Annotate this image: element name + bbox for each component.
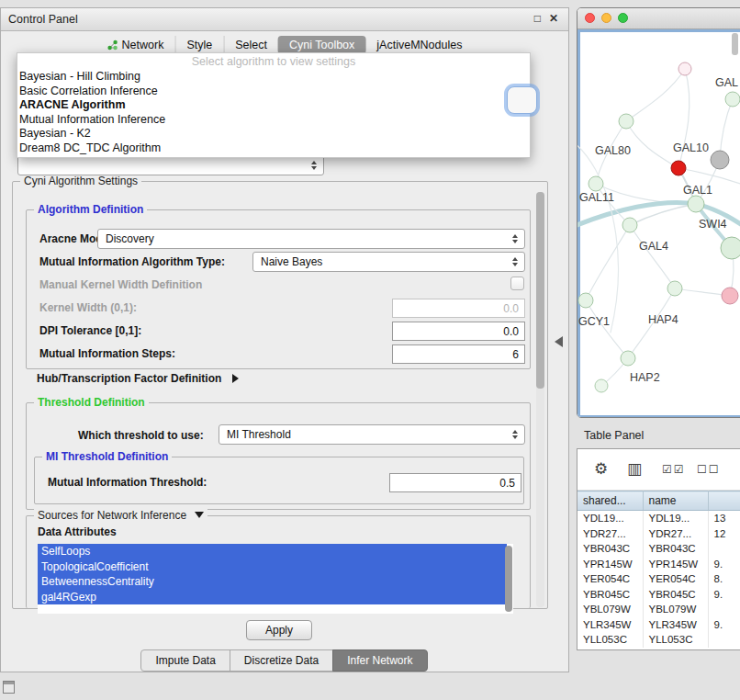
table-cell: YBR045C bbox=[643, 587, 708, 603]
tab-select[interactable]: Select bbox=[223, 36, 278, 54]
table-column-header[interactable] bbox=[708, 491, 740, 511]
mi-type-value: Naive Bayes bbox=[253, 255, 509, 268]
table-cell: YER054C bbox=[577, 571, 643, 587]
panel-collapse-arrow-icon[interactable] bbox=[555, 336, 563, 347]
network-node[interactable] bbox=[688, 196, 704, 212]
dropdown-placeholder: Select algorithm to view settings bbox=[17, 53, 530, 70]
algorithm-definition-group: Algorithm Definition Aracne Mode: Discov… bbox=[26, 209, 531, 369]
table-row[interactable]: YDL19...YDL19...13 bbox=[577, 511, 740, 526]
mi-steps-label: Mutual Information Steps: bbox=[39, 347, 175, 360]
table-cell bbox=[708, 541, 740, 557]
algorithm-option[interactable]: Bayesian - K2 bbox=[17, 127, 530, 141]
mi-steps-field[interactable]: 6 bbox=[392, 344, 525, 364]
network-node[interactable] bbox=[578, 293, 593, 308]
network-canvas[interactable]: GALGAL80GAL10GAL11GAL1SWI4GAL4GCY1HAP4HA… bbox=[577, 29, 740, 418]
table-column-header[interactable]: shared... bbox=[577, 491, 643, 511]
focused-panel-button[interactable] bbox=[507, 86, 537, 114]
network-node[interactable] bbox=[667, 281, 682, 296]
network-node[interactable] bbox=[622, 218, 637, 232]
algorithm-option[interactable]: Dream8 DC_TDC Algorithm bbox=[17, 141, 530, 156]
table-cell: 13 bbox=[708, 511, 740, 526]
tab-cyni-toolbox[interactable]: Cyni Toolbox bbox=[278, 36, 365, 54]
table-row[interactable]: YLR345WYLR345W9. bbox=[577, 617, 740, 633]
table-row[interactable]: YBR045CYBR045C9. bbox=[577, 587, 740, 603]
network-edge[interactable] bbox=[626, 121, 678, 168]
tab-style[interactable]: Style bbox=[174, 36, 223, 54]
network-node[interactable] bbox=[619, 114, 633, 129]
table-cell bbox=[708, 602, 740, 617]
threshold-definition-group: Threshold Definition Which threshold to … bbox=[26, 402, 531, 510]
network-graph[interactable]: GALGAL80GAL10GAL11GAL1SWI4GAL4GCY1HAP4HA… bbox=[577, 29, 740, 418]
table-cell: 12 bbox=[708, 526, 740, 542]
close-traffic-light-icon[interactable] bbox=[585, 13, 595, 23]
data-attributes-list[interactable]: SelfLoopsTopologicalCoefficientBetweenne… bbox=[38, 544, 513, 614]
float-window-icon[interactable]: □ bbox=[534, 12, 541, 25]
network-node[interactable] bbox=[722, 288, 738, 304]
network-scrollbar-thumb[interactable] bbox=[732, 33, 738, 55]
table-row[interactable]: YLL053CYLL053C bbox=[577, 632, 740, 648]
algorithm-option[interactable]: Basic Correlation Inference bbox=[17, 85, 530, 99]
network-node[interactable] bbox=[711, 151, 729, 169]
select-all-rows-icon[interactable]: ☑☑ bbox=[662, 463, 686, 476]
table-row[interactable]: YPR145WYPR145W9. bbox=[577, 557, 740, 572]
manual-kernel-checkbox[interactable] bbox=[510, 277, 524, 290]
apply-button[interactable]: Apply bbox=[246, 620, 312, 640]
tab-jactivemnodules[interactable]: jActiveMNodules bbox=[365, 36, 473, 54]
deselect-all-rows-icon[interactable]: ☐☐ bbox=[697, 463, 721, 476]
zoom-traffic-light-icon[interactable] bbox=[618, 13, 628, 23]
table-row[interactable]: YBR043CYBR043C bbox=[577, 541, 740, 557]
attribute-item[interactable]: BetweennessCentrality bbox=[38, 574, 507, 590]
mi-threshold-field[interactable]: 0.5 bbox=[389, 473, 521, 492]
tab-infer-network[interactable]: Infer Network bbox=[332, 649, 427, 672]
network-edge[interactable] bbox=[630, 225, 675, 288]
network-node[interactable] bbox=[725, 92, 740, 107]
table-settings-gear-icon[interactable]: ⚙ bbox=[594, 459, 608, 479]
network-node[interactable] bbox=[721, 237, 740, 259]
tab-impute-data[interactable]: Impute Data bbox=[140, 649, 230, 672]
table-row[interactable]: YDR27...YDR27...12 bbox=[577, 526, 740, 542]
settings-scrollbar-thumb[interactable] bbox=[536, 192, 544, 389]
dpi-tolerance-field[interactable]: 0.0 bbox=[392, 322, 525, 341]
network-edge[interactable] bbox=[586, 225, 630, 300]
settings-scrollbar[interactable] bbox=[536, 192, 544, 607]
column-chooser-icon[interactable]: ▥ bbox=[627, 459, 642, 479]
mi-threshold-legend: MI Threshold Definition bbox=[42, 450, 172, 463]
algorithm-option[interactable]: ARACNE Algorithm bbox=[17, 98, 530, 113]
node-attribute-table[interactable]: shared...name YDL19...YDL19...13YDR27...… bbox=[577, 491, 740, 648]
node-label: SWI4 bbox=[699, 218, 727, 231]
sources-legend[interactable]: Sources for Network Inference bbox=[34, 509, 207, 522]
network-node[interactable] bbox=[589, 176, 603, 191]
minimize-traffic-light-icon[interactable] bbox=[601, 13, 611, 23]
network-view-window: GALGAL80GAL10GAL11GAL1SWI4GAL4GCY1HAP4HA… bbox=[577, 7, 740, 418]
tab-discretize-data[interactable]: Discretize Data bbox=[230, 649, 333, 672]
table-header-row[interactable]: shared...name bbox=[577, 491, 740, 511]
attribute-item[interactable]: SelfLoops bbox=[38, 544, 507, 559]
tab-network[interactable]: Network bbox=[96, 36, 175, 54]
attribute-list-scrollbar[interactable] bbox=[505, 546, 512, 612]
attribute-item[interactable]: TopologicalCoefficient bbox=[38, 559, 507, 575]
network-edge[interactable] bbox=[626, 69, 685, 121]
table-cell: 8. bbox=[708, 571, 740, 587]
attribute-item[interactable]: gal4RGexp bbox=[38, 590, 507, 605]
algorithm-option[interactable]: Mutual Information Inference bbox=[17, 113, 530, 128]
restore-panel-icon[interactable] bbox=[3, 681, 15, 694]
network-edge[interactable] bbox=[586, 300, 628, 358]
hub-definition-expander[interactable]: Hub/Transcription Factor Definition bbox=[37, 372, 239, 385]
close-window-icon[interactable]: ✕ bbox=[549, 12, 558, 25]
mi-algorithm-type-combo[interactable]: Naive Bayes bbox=[252, 252, 525, 272]
table-row[interactable]: YBL079WYBL079W bbox=[577, 602, 740, 617]
which-threshold-combo[interactable]: MI Threshold bbox=[219, 424, 525, 445]
table-column-header[interactable]: name bbox=[643, 491, 708, 511]
algorithm-select-combo[interactable] bbox=[17, 155, 324, 175]
network-node[interactable] bbox=[671, 161, 686, 175]
aracne-mode-combo[interactable]: Discovery bbox=[97, 229, 525, 249]
table-row[interactable]: YER054CYER054C8. bbox=[577, 571, 740, 587]
network-node[interactable] bbox=[595, 379, 608, 392]
network-node[interactable] bbox=[621, 351, 635, 366]
algorithm-option[interactable]: Bayesian - Hill Climbing bbox=[17, 70, 530, 85]
control-panel-titlebar[interactable]: Control Panel □ ✕ bbox=[1, 8, 568, 31]
kernel-width-field[interactable]: 0.0 bbox=[392, 299, 525, 318]
network-window-titlebar[interactable] bbox=[577, 8, 740, 29]
table-cell: YBR043C bbox=[643, 541, 708, 557]
network-node[interactable] bbox=[678, 62, 691, 75]
